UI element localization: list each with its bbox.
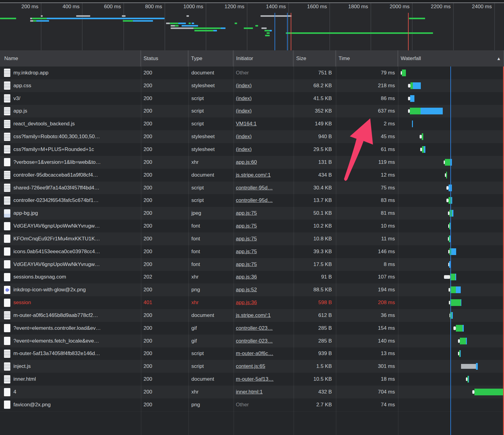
initiator-link[interactable]: app.js:36 <box>236 300 257 306</box>
waterfall-cell[interactable] <box>398 360 504 373</box>
column-divider[interactable] <box>398 50 399 435</box>
request-row[interactable]: controller-95dbcacceba61a9f08cf4…200docu… <box>0 169 504 182</box>
column-header-initiator[interactable]: Initiator <box>233 50 293 67</box>
request-row[interactable]: css?family=Roboto:400,300,100,50…200styl… <box>0 130 504 143</box>
request-row[interactable]: controller-02342f6543fafc5c674bf1…200scr… <box>0 194 504 207</box>
column-divider[interactable] <box>233 50 234 435</box>
request-row[interactable]: inject.js200scriptcontent.js:651.5 KB301… <box>0 360 504 373</box>
request-size: 612 B <box>293 309 336 322</box>
initiator-link[interactable]: controller-95d… <box>236 197 273 203</box>
waterfall-cell[interactable] <box>398 220 504 232</box>
initiator-link[interactable]: app.js:75 <box>236 210 257 216</box>
initiator-link[interactable]: app.js:36 <box>236 274 257 280</box>
doc-file-icon <box>4 133 10 141</box>
request-row[interactable]: 4200xhrinner.html:1432 B704 ms <box>0 386 504 398</box>
column-header-type[interactable]: Type <box>188 50 233 67</box>
waterfall-cell[interactable] <box>398 245 504 258</box>
waterfall-cell[interactable] <box>398 322 504 335</box>
waterfall-cell[interactable] <box>398 296 504 309</box>
request-row[interactable]: react_devtools_backend.js200scriptVM164:… <box>0 117 504 130</box>
waterfall-cell[interactable] <box>398 283 504 296</box>
request-row[interactable]: app-bg.jpg200jpegapp.js:7550.1 KB81 ms <box>0 207 504 220</box>
request-row[interactable]: VdGEAYIAV6gnpUpoWwNkYvrugw…200fontapp.js… <box>0 220 504 232</box>
column-divider[interactable] <box>293 50 294 435</box>
initiator-link[interactable]: js.stripe.com/:1 <box>236 172 271 178</box>
initiator-link[interactable]: controller-023… <box>236 325 273 331</box>
waterfall-cell[interactable] <box>398 232 504 245</box>
request-name: app.js <box>13 108 27 114</box>
column-header-size[interactable]: Size <box>293 50 336 67</box>
initiator-link[interactable]: app.js:75 <box>236 236 257 242</box>
column-header-status[interactable]: Status <box>141 50 188 67</box>
waterfall-cell[interactable] <box>398 79 504 92</box>
request-row[interactable]: m-outer-a0f6c1465b8d9aab778cf2…200docume… <box>0 309 504 322</box>
request-row[interactable]: shared-726ee9f7a14a03f457ff4bd4…200scrip… <box>0 182 504 194</box>
initiator-link[interactable]: controller-023… <box>236 338 273 344</box>
column-header-waterfall[interactable]: Waterfall <box>398 50 504 67</box>
waterfall-cell[interactable] <box>398 143 504 156</box>
waterfall-cell[interactable] <box>398 117 504 130</box>
request-row[interactable]: sessions.bugsnag.com202xhrapp.js:3691 B1… <box>0 271 504 284</box>
initiator-link[interactable]: app.js:75 <box>236 223 257 229</box>
waterfall-cell[interactable] <box>398 156 504 169</box>
initiator-link[interactable]: js.stripe.com/:1 <box>236 312 271 318</box>
request-row[interactable]: session401xhrapp.js:36598 B208 ms <box>0 296 504 309</box>
column-divider[interactable] <box>188 50 189 435</box>
request-row[interactable]: ?event=elements.fetch_locale&eve…200gifc… <box>0 335 504 347</box>
waterfall-cell[interactable] <box>398 335 504 347</box>
waterfall-cell[interactable] <box>398 92 504 105</box>
column-header-time[interactable]: Time <box>336 50 398 67</box>
waterfall-cell[interactable] <box>398 309 504 322</box>
waterfall-cell[interactable] <box>398 258 504 271</box>
initiator-link[interactable]: inner.html:1 <box>236 389 263 395</box>
request-row[interactable]: app.css200stylesheet(index)68.2 KB218 ms <box>0 79 504 92</box>
waterfall-cell[interactable] <box>398 271 504 284</box>
waterfall-cell[interactable] <box>398 194 504 207</box>
initiator-link[interactable]: (index) <box>236 134 252 140</box>
request-row[interactable]: inner.html200documentm-outer-5af13…10.5 … <box>0 373 504 386</box>
request-row[interactable]: ?verbose=1&version=1&lib=web&to…200xhrap… <box>0 156 504 169</box>
request-row[interactable]: app.js200script(index)352 KB637 ms <box>0 105 504 118</box>
request-row[interactable]: ?event=elements.controller.load&ev…200gi… <box>0 322 504 335</box>
request-row[interactable]: my.inkdrop.app200documentOther751 B79 ms <box>0 67 504 79</box>
initiator-link[interactable]: (index) <box>236 146 252 153</box>
sort-ascending-icon[interactable]: ▲ <box>496 50 501 67</box>
waterfall-cell[interactable] <box>398 130 504 143</box>
initiator-link[interactable]: m-outer-5af13… <box>236 376 274 382</box>
initiator-link[interactable]: app.js:52 <box>236 287 257 293</box>
waterfall-cell[interactable] <box>398 207 504 220</box>
request-row[interactable]: favicon@2x.png200pngOther2.7 KB74 ms <box>0 398 504 411</box>
waterfall-cell[interactable] <box>398 182 504 194</box>
waterfall-cell[interactable] <box>398 105 504 118</box>
initiator-link[interactable]: app.js:60 <box>236 159 257 165</box>
initiator-link[interactable]: m-outer-a0f6c… <box>236 351 273 357</box>
waterfall-cell[interactable] <box>398 373 504 386</box>
request-row[interactable]: icons.0ab54153eeeca0ce03978cc4…200fontap… <box>0 245 504 258</box>
initiator-link[interactable]: VM164:1 <box>236 121 257 127</box>
overview-request-bar <box>244 27 253 29</box>
doc-file-icon <box>4 94 10 102</box>
waterfall-cell[interactable] <box>398 386 504 398</box>
waterfall-cell[interactable] <box>398 398 504 411</box>
column-divider[interactable] <box>336 50 336 435</box>
request-row[interactable]: KFOmCnqEu92Fr1Mu4mxKKTU1K…200fontapp.js:… <box>0 232 504 245</box>
column-divider[interactable] <box>141 50 141 435</box>
request-row[interactable]: inkdrop-icon-with-glow@2x.png200pngapp.j… <box>0 283 504 296</box>
request-row[interactable]: m-outer-5af13a74058f4fb832e146d…200scrip… <box>0 347 504 360</box>
initiator-link[interactable]: (index) <box>236 83 252 89</box>
initiator-link[interactable]: controller-95d… <box>236 185 273 191</box>
waterfall-cell[interactable] <box>398 67 504 79</box>
column-header-name[interactable]: Name <box>0 50 141 67</box>
request-row[interactable]: css?family=M+PLUS+Rounded+1c200styleshee… <box>0 143 504 156</box>
initiator-link[interactable]: content.js:65 <box>236 363 265 369</box>
waterfall-cell[interactable] <box>398 169 504 182</box>
initiator-link[interactable]: app.js:75 <box>236 261 257 268</box>
network-overview-timeline[interactable]: 200 ms400 ms600 ms800 ms1000 ms1200 ms14… <box>0 0 504 50</box>
initiator-link[interactable]: (index) <box>236 95 252 102</box>
request-row[interactable]: v3/200script(index)41.5 KB86 ms <box>0 92 504 105</box>
initiator-link[interactable]: app.js:75 <box>236 249 257 255</box>
initiator-link[interactable]: (index) <box>236 108 252 114</box>
waterfall-cell[interactable] <box>398 347 504 360</box>
request-size: 432 B <box>293 386 336 398</box>
request-row[interactable]: VdGEAYIAV6gnpUpoWwNkYvrugw…200fontapp.js… <box>0 258 504 271</box>
